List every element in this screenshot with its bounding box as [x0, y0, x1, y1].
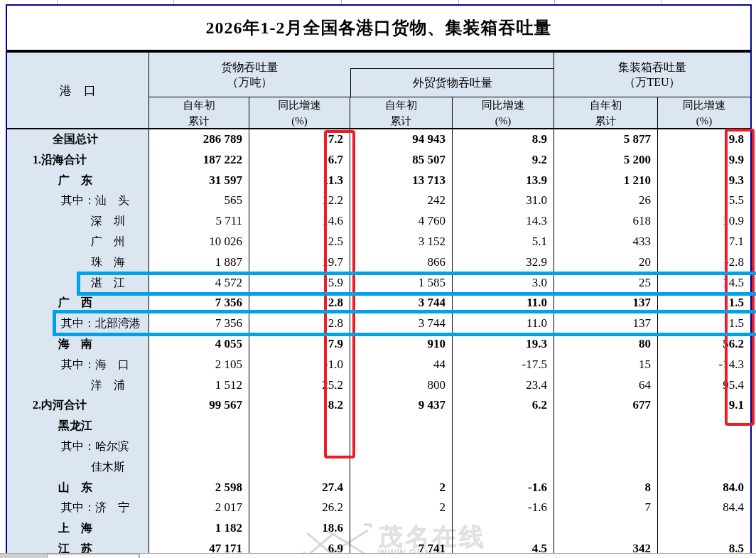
value-cell — [149, 436, 249, 457]
value-cell: 13.9 — [453, 171, 554, 191]
bottom-strip-tab — [47, 554, 139, 558]
table-row: 其中：海 口2 105-1.044-17.515-14.3 — [7, 355, 750, 375]
port-name-cell: 佳木斯 — [7, 457, 149, 478]
port-name-cell: 海 南 — [7, 334, 149, 355]
value-cell: 5 877 — [554, 129, 658, 150]
table-row: 其中：汕 头56512.224231.0265.5 — [7, 191, 750, 211]
value-cell: 2 017 — [149, 498, 249, 518]
value-cell: 23.4 — [453, 375, 554, 396]
header-group-container: 集装箱吞吐量 （万TEU） — [554, 53, 750, 97]
value-cell: 910 — [350, 334, 453, 355]
header-foreign-yoy: 同比增速 (%) — [453, 97, 554, 128]
value-cell: 9.2 — [453, 150, 554, 171]
port-name-cell: 其中：济 宁 — [7, 498, 149, 518]
value-cell — [249, 457, 350, 478]
port-name-cell: 珠 海 — [7, 252, 149, 273]
value-cell: -1.6 — [453, 498, 554, 518]
port-name-cell: 广 州 — [7, 232, 149, 252]
table-row: 海 南4 0557.991019.38056.2 — [7, 334, 750, 355]
table-header: 港 口 货物吞吐量 （万吨） 外贸货物吞吐量 集装箱吞吐量 （万TEU） 自年初… — [7, 50, 750, 129]
value-cell: 1 182 — [149, 518, 249, 539]
table-row: 广 州10 0262.53 1525.14337.1 — [7, 232, 750, 252]
table-row: 广 东31 59711.313 71313.91 2109.3 — [7, 171, 750, 191]
port-name-cell: 深 圳 — [7, 211, 149, 232]
header-foreign-cumulative: 自年初 累计 — [350, 97, 453, 128]
value-cell: 20 — [554, 252, 658, 273]
port-name-cell: 2.内河合计 — [7, 395, 149, 416]
value-cell: 1 512 — [149, 375, 249, 396]
header-cargo-yoy: 同比增速 (%) — [249, 97, 350, 128]
header-cargo-cumulative: 自年初 累计 — [149, 97, 249, 128]
value-cell — [149, 416, 249, 436]
value-cell — [149, 457, 249, 478]
port-name-cell: 上 海 — [7, 518, 149, 539]
value-cell: 14.3 — [453, 211, 554, 232]
annotated-spreadsheet-screenshot: { "title": "2026年1-2月全国各港口货物、集装箱吞吐量", "t… — [0, 0, 756, 558]
value-cell — [453, 457, 554, 478]
value-cell: 31.0 — [453, 191, 554, 211]
value-cell: 2 — [350, 498, 453, 518]
value-cell: 8.9 — [453, 129, 554, 150]
value-cell: 8 — [554, 478, 658, 498]
value-cell: 187 222 — [149, 150, 249, 171]
value-cell — [554, 518, 658, 539]
value-cell: 18.6 — [249, 518, 350, 539]
table-row: 其中：哈尔滨 — [7, 436, 750, 457]
header-port: 港 口 — [7, 53, 149, 128]
header-container-cumulative: 自年初 累计 — [554, 97, 658, 128]
port-name-cell: 其中：海 口 — [7, 355, 149, 375]
table-row: 洋 浦1 51225.280023.46495.4 — [7, 375, 750, 396]
value-cell: 94 943 — [350, 129, 453, 150]
value-cell: 565 — [149, 191, 249, 211]
value-cell: 6.2 — [453, 395, 554, 416]
value-cell: 84.0 — [658, 478, 750, 498]
value-cell: 80 — [554, 334, 658, 355]
table-row: 2.内河合计99 5678.29 4376.26779.1 — [7, 395, 750, 416]
table-body: 全国总计286 7897.294 9438.95 8779.81.沿海合计187… — [7, 129, 750, 558]
value-cell: 15 — [554, 355, 658, 375]
value-cell: 99 567 — [149, 395, 249, 416]
value-cell: 1 210 — [554, 171, 658, 191]
value-cell: 85 507 — [350, 150, 453, 171]
value-cell: 286 789 — [149, 129, 249, 150]
table-row: 山 东2 59827.42-1.6884.0 — [7, 478, 750, 498]
table-row: 黑龙江 — [7, 416, 750, 436]
value-cell: 84.4 — [658, 498, 750, 518]
table-row: 深 圳5 71114.64 76014.361810.9 — [7, 211, 750, 232]
value-cell — [350, 436, 453, 457]
value-cell — [350, 518, 453, 539]
value-cell — [554, 416, 658, 436]
bottom-strip-main — [139, 554, 756, 558]
port-name-cell: 黑龙江 — [7, 416, 149, 436]
value-cell: 5 711 — [149, 211, 249, 232]
value-cell: 32.9 — [453, 252, 554, 273]
value-cell: 7 — [554, 498, 658, 518]
value-cell: 9 437 — [350, 395, 453, 416]
value-cell: 800 — [350, 375, 453, 396]
value-cell: 19.3 — [453, 334, 554, 355]
port-name-cell: 其中：汕 头 — [7, 191, 149, 211]
value-cell: 26 — [554, 191, 658, 211]
value-cell: 433 — [554, 232, 658, 252]
value-cell — [554, 436, 658, 457]
value-cell — [350, 416, 453, 436]
port-name-cell: 广 东 — [7, 171, 149, 191]
table-row: 其中：济 宁2 01726.22-1.6784.4 — [7, 498, 750, 518]
value-cell: 31 597 — [149, 171, 249, 191]
blue-highlight-zhanjiang-row — [77, 272, 756, 296]
table-title-box: 2026年1-2月全国各港口货物、集装箱吞吐量 — [7, 6, 750, 50]
value-cell: 4 760 — [350, 211, 453, 232]
table-row: 佳木斯 — [7, 457, 750, 478]
value-cell: 618 — [554, 211, 658, 232]
value-cell — [658, 436, 750, 457]
value-cell: 44 — [350, 355, 453, 375]
value-cell: 5 200 — [554, 150, 658, 171]
value-cell: 10 026 — [149, 232, 249, 252]
value-cell: 5.1 — [453, 232, 554, 252]
table-row: 全国总计286 7897.294 9438.95 8779.8 — [7, 129, 750, 150]
value-cell — [453, 416, 554, 436]
header-container-yoy: 同比增速 (%) — [658, 97, 750, 128]
value-cell — [453, 436, 554, 457]
value-cell: 26.2 — [249, 498, 350, 518]
header-group-foreign-trade: 外贸货物吞吐量 — [350, 68, 554, 97]
